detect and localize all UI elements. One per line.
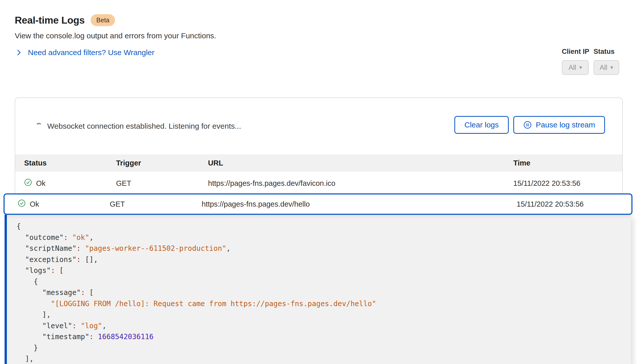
status-filter-value: All [600,64,607,72]
client-ip-filter-dropdown[interactable]: All ▾ [562,60,589,75]
clear-logs-label: Clear logs [464,121,499,129]
realtime-logs-page: Real-time Logs Beta View the console.log… [0,0,637,364]
page-subtitle: View the console.log output and errors f… [15,31,216,40]
log-table-row[interactable]: Ok GET https://pages-fns.pages.dev/favic… [15,172,622,195]
pause-log-stream-label: Pause log stream [536,121,595,129]
time-cell: 15/11/2022 20:53:56 [517,200,631,208]
time-cell: 15/11/2022 20:53:56 [513,179,622,188]
log-table-row-selected[interactable]: Ok GET https://pages-fns.pages.dev/hello… [4,193,632,215]
wrangler-link[interactable]: Need advanced filters? Use Wrangler [28,48,154,57]
trigger-cell: GET [110,200,202,208]
client-ip-filter-label: Client IP [562,48,589,56]
url-cell: https://pages-fns.pages.dev/favicon.ico [208,179,513,188]
status-filter-dropdown[interactable]: All ▾ [594,60,619,75]
check-circle-icon [18,199,26,209]
page-header: Real-time Logs Beta [15,14,115,26]
column-header-url: URL [208,159,513,167]
status-filter: Status All ▾ [594,48,619,75]
log-toolbar: Clear logs Pause log stream [454,116,605,134]
websocket-status: Websocket connection established. Listen… [36,122,241,130]
log-detail-panel: { "outcome": "ok", "scriptName": "pages-… [5,215,631,364]
trigger-cell: GET [116,179,208,188]
status-cell: Ok [18,199,110,209]
status-cell: Ok [24,178,116,188]
advanced-filters-expander[interactable]: Need advanced filters? Use Wrangler [15,48,154,57]
column-header-time: Time [513,159,622,167]
spinner-icon [36,123,42,129]
column-header-status: Status [24,159,116,167]
beta-badge: Beta [91,14,115,26]
status-text: Ok [30,200,39,208]
pause-circle-icon [523,121,532,129]
caret-down-icon: ▾ [579,65,582,70]
pause-log-stream-button[interactable]: Pause log stream [513,116,605,134]
log-table-header: Status Trigger URL Time [15,154,622,172]
status-text: Ok [36,179,45,188]
url-cell: https://pages-fns.pages.dev/hello [202,200,517,208]
websocket-status-message: Websocket connection established. Listen… [47,122,241,130]
client-ip-filter-value: All [568,64,576,72]
column-header-trigger: Trigger [116,159,208,167]
status-filter-label: Status [594,48,619,56]
page-title: Real-time Logs [15,15,85,26]
chevron-right-icon [15,48,23,57]
check-circle-icon [24,178,32,188]
client-ip-filter: Client IP All ▾ [562,48,589,75]
log-detail-json: { "outcome": "ok", "scriptName": "pages-… [7,215,631,364]
clear-logs-button[interactable]: Clear logs [454,116,508,134]
caret-down-icon: ▾ [610,65,613,70]
